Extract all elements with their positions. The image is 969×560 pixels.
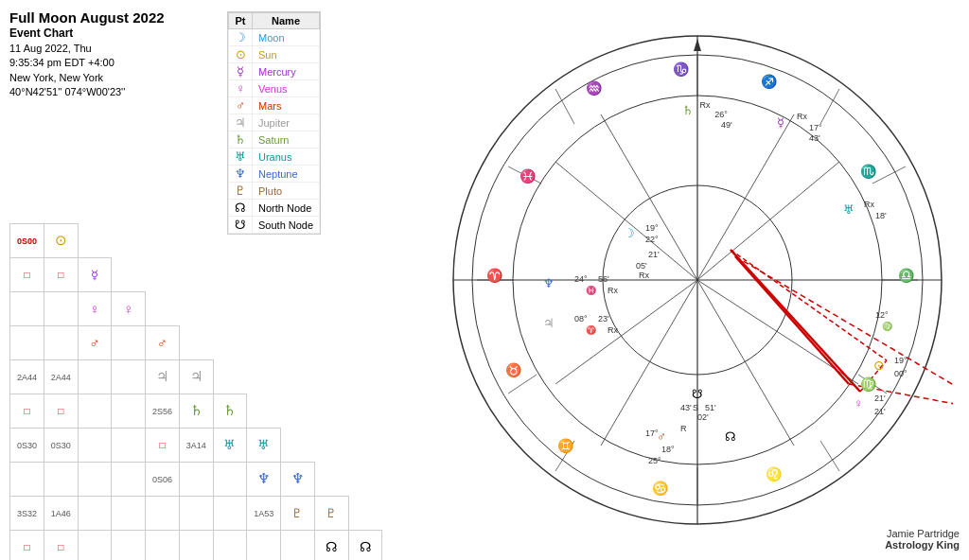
aspect-cell xyxy=(44,462,78,496)
svg-text:♀: ♀ xyxy=(854,396,863,411)
svg-text:☊: ☊ xyxy=(725,429,736,444)
planet-cell: ♇ xyxy=(314,496,348,530)
svg-text:♈: ♈ xyxy=(586,324,597,336)
legend-row: ⊙ Sun xyxy=(229,46,320,63)
aspect-cell xyxy=(112,394,146,428)
svg-text:24°: 24° xyxy=(574,274,588,284)
aspect-cell xyxy=(179,530,213,560)
legend-planet-name: Neptune xyxy=(253,166,320,183)
aspect-cell: 1A46 xyxy=(44,496,78,530)
aspect-cell xyxy=(10,325,44,359)
svg-text:19°: 19° xyxy=(894,356,907,365)
legend-symbol: ♅ xyxy=(229,149,253,166)
svg-text:♈: ♈ xyxy=(486,268,503,284)
svg-text:⊙: ⊙ xyxy=(873,359,885,373)
legend-row: ♇ Pluto xyxy=(229,183,320,200)
svg-text:♏: ♏ xyxy=(860,164,877,180)
aspect-cell: 2A44 xyxy=(10,359,44,394)
aspect-cell xyxy=(112,428,146,462)
svg-text:26°: 26° xyxy=(714,110,728,119)
svg-text:♓: ♓ xyxy=(520,168,537,184)
grid-row: 0S00⊙ xyxy=(10,223,416,257)
svg-text:19°: 19° xyxy=(645,223,659,233)
author-credit: Jamie Partridge Astrology King xyxy=(885,528,960,551)
aspect-cell xyxy=(247,530,281,560)
aspect-cell xyxy=(78,394,112,428)
planet-cell: ☊ xyxy=(348,530,382,560)
legend-row: ♄ Saturn xyxy=(229,131,320,149)
legend-row: ♆ Neptune xyxy=(229,166,320,183)
aspect-cell xyxy=(112,496,146,530)
aspect-cell xyxy=(112,359,146,394)
legend-planet-name: Sun xyxy=(253,46,320,63)
svg-text:♅: ♅ xyxy=(843,202,854,217)
aspect-cell xyxy=(112,462,146,496)
legend-planet-name: Jupiter xyxy=(253,114,320,131)
legend-symbol: ♆ xyxy=(229,166,253,183)
legend-row: ♀ Venus xyxy=(229,80,320,97)
svg-text:♊: ♊ xyxy=(557,438,574,454)
svg-text:♉: ♉ xyxy=(505,362,522,378)
legend-symbol: ⊙ xyxy=(229,46,253,63)
aspect-cell: ☊ xyxy=(314,530,348,560)
svg-text:☽: ☽ xyxy=(624,226,635,240)
aspect-cell: 0S00 xyxy=(10,223,44,257)
svg-text:Rx: Rx xyxy=(639,271,649,280)
svg-text:23': 23' xyxy=(598,314,609,324)
svg-text:08°: 08° xyxy=(574,314,588,324)
svg-text:25°: 25° xyxy=(648,456,661,465)
svg-text:21': 21' xyxy=(648,250,660,259)
aspect-cell: 2A44 xyxy=(44,359,78,394)
svg-text:Rx: Rx xyxy=(864,200,874,209)
grid-row: 3S321A461A53♇♇ xyxy=(10,496,416,530)
aspect-cell: □ xyxy=(146,428,180,462)
svg-text:56': 56' xyxy=(598,274,609,284)
aspect-cell: ♇ xyxy=(281,496,315,530)
svg-text:18°: 18° xyxy=(661,445,675,454)
chart-info: 11 Aug 2022, Thu 9:35:34 pm EDT +4:00 Ne… xyxy=(9,42,416,100)
author-site: Astrology King xyxy=(885,539,960,551)
left-panel: Full Moon August 2022 Event Chart 11 Aug… xyxy=(0,0,426,560)
aspect-cell: 1A53 xyxy=(247,496,281,530)
grid-row: 0S300S30□3A14♅♅ xyxy=(10,428,416,462)
aspect-cell: 0S30 xyxy=(44,428,78,462)
legend-row: ♅ Uranus xyxy=(229,149,320,166)
planet-cell: ♆ xyxy=(281,462,315,496)
svg-text:51': 51' xyxy=(705,403,716,412)
aspect-cell xyxy=(179,462,213,496)
chart-title: Full Moon August 2022 xyxy=(9,9,416,26)
grid-row: ♀♀ xyxy=(10,291,416,325)
svg-text:☋: ☋ xyxy=(692,387,703,401)
svg-text:Rx: Rx xyxy=(700,100,711,110)
svg-text:♍: ♍ xyxy=(860,376,877,393)
legend-planet-name: Moon xyxy=(253,29,320,46)
aspect-cell xyxy=(78,530,112,560)
svg-text:R: R xyxy=(680,424,687,433)
aspect-cell xyxy=(213,530,247,560)
aspect-cell xyxy=(78,428,112,462)
svg-text:☿: ☿ xyxy=(777,115,784,130)
svg-text:♃: ♃ xyxy=(543,316,555,330)
legend-row: ♃ Jupiter xyxy=(229,114,320,131)
aspect-cell: ♅ xyxy=(213,428,247,462)
aspect-cell xyxy=(146,496,180,530)
aspect-cell xyxy=(78,496,112,530)
legend-planet-name: Uranus xyxy=(253,149,320,166)
aspect-cell: 0S06 xyxy=(146,462,180,496)
aspect-cell xyxy=(10,291,44,325)
svg-text:21': 21' xyxy=(874,394,886,403)
aspect-cell: ♄ xyxy=(179,394,213,428)
aspect-grid: 0S00⊙□□☿♀♀♂♂2A442A44♃♃□□2S56♄♄0S300S30□3… xyxy=(9,223,416,560)
grid-row: □□2S56♄♄ xyxy=(10,394,416,428)
planet-cell: ♀ xyxy=(112,291,146,325)
legend-symbol: ☊ xyxy=(229,200,253,217)
aspect-cell xyxy=(78,359,112,394)
aspect-cell xyxy=(44,291,78,325)
aspect-cell xyxy=(281,530,315,560)
aspect-cell: □ xyxy=(44,530,78,560)
svg-text:02': 02' xyxy=(697,412,709,422)
aspect-cell xyxy=(146,530,180,560)
grid-row: 0S06♆♆ xyxy=(10,462,416,496)
grid-row: □□☊☊ xyxy=(10,530,416,560)
aspect-cell: ♆ xyxy=(247,462,281,496)
